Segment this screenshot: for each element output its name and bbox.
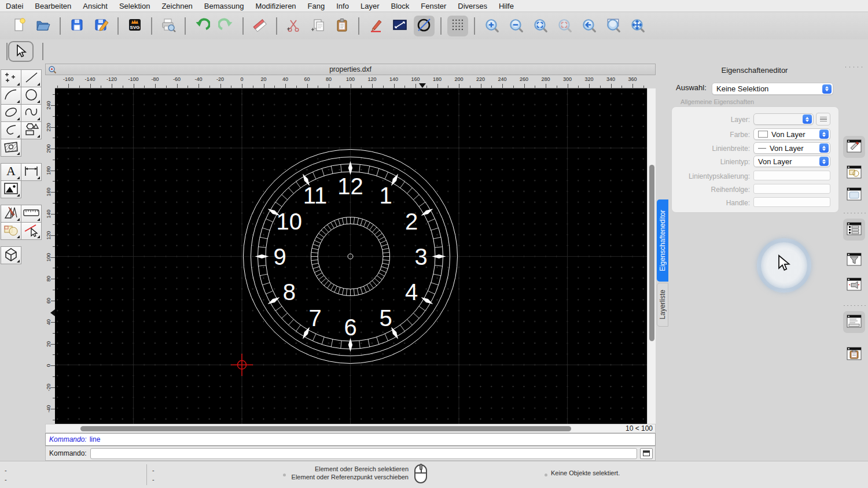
menu-item-fenster[interactable]: Fenster (421, 2, 446, 10)
layer-dropdown[interactable] (753, 113, 814, 125)
document-titlebar[interactable]: properties.dxf (45, 64, 656, 75)
command-input[interactable] (90, 448, 637, 459)
tool-hatch-button[interactable] (1, 139, 21, 157)
svg-export-button[interactable]: SVG (124, 16, 145, 36)
zoom-in-button[interactable] (481, 16, 502, 36)
handle-input[interactable] (753, 197, 830, 207)
menu-item-layer[interactable]: Layer (361, 2, 380, 10)
menu-item-block[interactable]: Block (391, 2, 409, 10)
dock-clipboard-button[interactable] (843, 343, 865, 365)
selection-status: Keine Objekte selektiert. (551, 469, 620, 476)
tool-points-button[interactable] (1, 69, 21, 87)
menu-item-ansicht[interactable]: Ansicht (83, 2, 108, 10)
tool-modify-button[interactable] (1, 205, 21, 223)
zoom-selected-button[interactable] (554, 16, 575, 36)
drawing-canvas[interactable]: 121234567891011 (55, 88, 647, 424)
linetype-field-label: Linientyp: (669, 158, 750, 166)
pen-button[interactable] (365, 16, 386, 36)
dropdown-stepper-icon (822, 84, 832, 94)
open-file-button[interactable] (33, 16, 54, 36)
tool-select-button[interactable] (21, 222, 42, 240)
menu-item-info[interactable]: Info (336, 2, 349, 10)
selection-dropdown[interactable]: Keine Selektion (712, 83, 833, 95)
command-row: Kommando: (45, 446, 656, 461)
tool-circle-button[interactable] (21, 87, 42, 105)
handle-field-label: Handle: (669, 199, 750, 207)
linetypescale-input[interactable] (753, 171, 830, 180)
tab-properties-editor[interactable]: Eigenschafteneditor (657, 199, 668, 282)
print-preview-button[interactable] (158, 16, 179, 36)
tool-dimension-button[interactable] (21, 163, 42, 181)
zoom-previous-button[interactable] (578, 16, 599, 36)
redo-button[interactable] (216, 16, 237, 36)
grid-button[interactable] (447, 16, 468, 36)
delete-eraser-button[interactable] (249, 16, 270, 36)
tool-solid-button[interactable] (1, 246, 21, 264)
h-ruler-label: -100 (128, 76, 138, 82)
tool-polyline-button[interactable] (1, 121, 21, 139)
menu-item-zeichnen[interactable]: Zeichnen (161, 2, 192, 10)
layer-menu-button[interactable] (816, 113, 830, 125)
vertical-scrollbar[interactable] (647, 88, 656, 424)
console-toggle-button[interactable] (640, 448, 653, 459)
draworder-input[interactable] (753, 184, 830, 194)
toolbar-separator (151, 17, 152, 35)
dock-filter-button[interactable] (843, 249, 865, 271)
menu-item-hilfe[interactable]: Hilfe (499, 2, 514, 10)
linetype-dropdown[interactable]: Von Layer (753, 156, 830, 167)
menu-item-selektion[interactable]: Selektion (119, 2, 150, 10)
menu-item-diverses[interactable]: Diverses (458, 2, 487, 10)
svg-text:11: 11 (303, 183, 328, 208)
dock-layer-list-button[interactable] (843, 219, 865, 241)
tool-text-button[interactable]: A (1, 163, 21, 181)
h-ruler-label: -40 (194, 76, 202, 82)
h-ruler-label: 300 (563, 76, 572, 82)
menu-item-bearbeiten[interactable]: Bearbeiten (35, 2, 71, 10)
dock-insert-button[interactable] (843, 274, 865, 296)
zoom-out-button[interactable] (505, 16, 526, 36)
tab-layer-list[interactable]: Layerliste (657, 283, 668, 327)
menu-item-fang[interactable]: Fang (308, 2, 325, 10)
save-button[interactable] (67, 16, 87, 36)
linewidth-dropdown[interactable]: Von Layer (753, 142, 830, 154)
tool-ellipse-button[interactable] (1, 104, 21, 122)
tool-line-button[interactable] (21, 69, 42, 87)
menu-item-modifizieren[interactable]: Modifizieren (256, 2, 296, 10)
dock-command-button[interactable] (843, 311, 865, 333)
dock-blocks-button[interactable] (843, 162, 865, 184)
horizontal-scrollbar[interactable]: 10 < 100 (45, 424, 656, 433)
selection-tool-button[interactable] (8, 41, 34, 62)
new-file-button[interactable] (9, 16, 30, 36)
open-file-icon (35, 17, 52, 34)
draft-rect-button[interactable] (389, 16, 410, 36)
grid-icon (450, 17, 465, 34)
cut-button[interactable] (283, 16, 304, 36)
tool-arc-button[interactable] (1, 87, 21, 105)
zoom-auto-button[interactable] (529, 16, 550, 36)
undo-button[interactable] (192, 16, 212, 36)
save-as-button[interactable] (91, 16, 112, 36)
paste-button[interactable] (332, 16, 352, 36)
dock-separator (843, 212, 866, 214)
vertical-scrollbar-thumb[interactable] (649, 165, 654, 341)
cursor-arrow-icon (14, 45, 27, 58)
svg-text:SVG: SVG (130, 25, 140, 30)
menu-item-datei[interactable]: Datei (6, 2, 23, 10)
circle-tool-icon (24, 88, 39, 103)
tool-image-button[interactable] (1, 180, 21, 198)
dock-drawing-button[interactable] (843, 136, 865, 158)
zoom-pan-button[interactable] (627, 16, 648, 36)
dock-library-button[interactable] (843, 184, 865, 206)
zoom-window-button[interactable] (602, 16, 623, 36)
menu-item-bemassung[interactable]: Bemassung (204, 2, 244, 10)
vertical-ruler: 240220200180160140120100806040200-20-40 (45, 88, 55, 424)
tool-measure-button[interactable] (21, 205, 42, 223)
tool-spline-button[interactable] (21, 104, 42, 122)
draft-circle-button[interactable] (414, 16, 435, 36)
pen-icon (368, 17, 384, 35)
copy-button[interactable] (307, 16, 328, 36)
tool-polygon-button[interactable] (21, 121, 42, 139)
horizontal-scrollbar-thumb[interactable] (80, 426, 571, 431)
tool-block-button[interactable] (1, 222, 21, 240)
color-dropdown[interactable]: Von Layer (753, 128, 830, 140)
